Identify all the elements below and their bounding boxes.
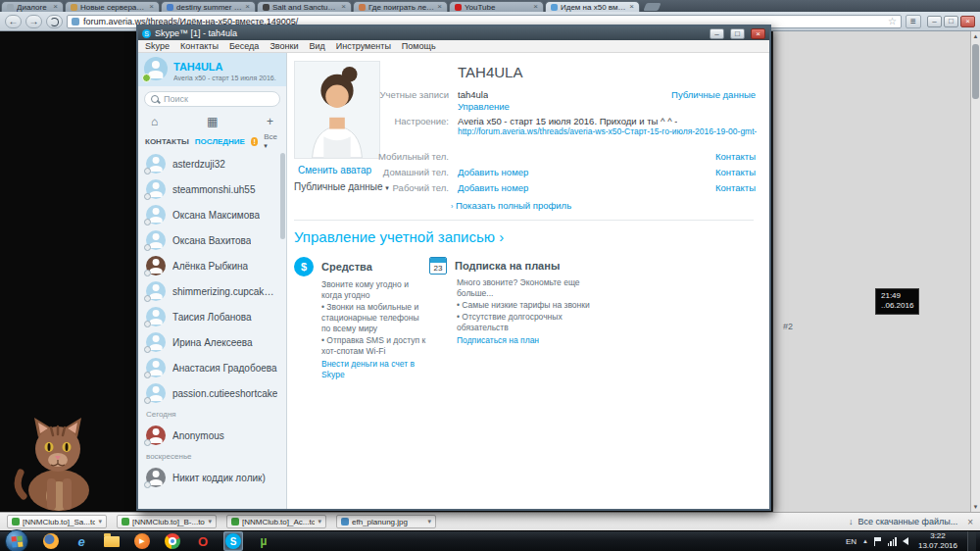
utorrent-icon[interactable]: µ: [254, 531, 273, 551]
add-work-number-link[interactable]: Добавить номер: [458, 182, 528, 193]
opera-icon[interactable]: O: [193, 531, 213, 551]
scroll-down-icon[interactable]: ▼: [971, 502, 980, 512]
menu-skype[interactable]: Skype: [145, 41, 170, 51]
back-button[interactable]: ←: [5, 15, 22, 28]
download-item[interactable]: [NNMClub.to]_Ac...torrent ▾: [226, 515, 326, 528]
bookmark-star-icon[interactable]: ☆: [888, 17, 897, 26]
skype-taskbar-icon[interactable]: S: [223, 531, 243, 551]
clock-time: 3:22: [918, 531, 957, 541]
contacts-link[interactable]: Контакты: [715, 182, 756, 193]
contact-row[interactable]: Ирина Алексеева: [138, 329, 286, 355]
download-caret-icon[interactable]: ▾: [98, 518, 102, 526]
menu-conversation[interactable]: Беседа: [229, 41, 259, 51]
action-center-icon[interactable]: [874, 537, 882, 546]
maximize-button[interactable]: □: [944, 16, 958, 27]
page-scrollbar[interactable]: ▲ ▼: [970, 31, 980, 512]
download-caret-icon[interactable]: ▾: [427, 518, 431, 526]
menu-calls[interactable]: Звонки: [270, 41, 298, 51]
hidden-icons-arrow[interactable]: ▲: [862, 538, 868, 544]
tab-close-icon[interactable]: ×: [437, 3, 442, 11]
skype-minimize-button[interactable]: –: [710, 28, 724, 39]
contact-list: asterdzuji32 steammonshi.uh55 Оксана Мак…: [138, 151, 286, 509]
subscribe-plan-link[interactable]: Подписаться на план: [457, 335, 606, 346]
public-data-link[interactable]: Публичные данные: [671, 89, 756, 100]
media-player-icon[interactable]: ▶: [132, 531, 152, 551]
home-icon[interactable]: ⌂: [151, 116, 158, 127]
contact-row[interactable]: asterdzuji32: [138, 151, 286, 176]
download-item[interactable]: [NNMClub.to]_Sa...torrent ▾: [7, 515, 107, 528]
refresh-button[interactable]: [46, 15, 63, 28]
contact-row[interactable]: Оксана Максимова: [138, 202, 286, 227]
dialpad-icon[interactable]: ▦: [207, 116, 218, 127]
new-tab-button[interactable]: [643, 3, 661, 11]
tab-recent[interactable]: ПОСЛЕДНИЕ: [195, 137, 245, 146]
scrollbar-thumb[interactable]: [972, 44, 979, 99]
download-caret-icon[interactable]: ▾: [318, 518, 321, 526]
tab-close-icon[interactable]: ×: [341, 3, 346, 11]
browser-tab[interactable]: Где поиграть летом! Ав ×: [353, 1, 448, 12]
sidebar-scrollbar-thumb[interactable]: [280, 153, 285, 239]
firefox-icon[interactable]: [41, 531, 61, 551]
filter-all-dropdown[interactable]: Все ▾: [264, 132, 279, 150]
menu-contacts[interactable]: Контакты: [180, 41, 219, 51]
browser-tab[interactable]: Salt and Sanctuary (2016 ×: [257, 1, 352, 12]
contact-row[interactable]: shimmerizing.cupcakewonderl...: [138, 278, 286, 304]
show-full-profile-link[interactable]: › Показать полный профиль: [451, 200, 571, 211]
tab-favicon: [71, 4, 77, 11]
add-credit-link[interactable]: Внести деньги на счет в Skype: [321, 359, 429, 380]
tab-close-icon[interactable]: ×: [245, 3, 250, 11]
tab-close-icon[interactable]: ×: [629, 3, 634, 11]
forward-button[interactable]: →: [25, 15, 42, 28]
browser-tab[interactable]: YouTube ×: [449, 1, 544, 12]
add-home-number-link[interactable]: Добавить номер: [458, 167, 528, 177]
contact-row[interactable]: Таисия Лобанова: [138, 304, 286, 329]
contact-row[interactable]: Алёнка Рыбкина: [138, 253, 286, 278]
my-profile-strip[interactable]: TAH4ULA Averia x50 - старт 15 июля 2016.…: [138, 53, 286, 86]
minimize-button[interactable]: –: [927, 16, 942, 27]
mood-url-link[interactable]: http://forum.averia.ws/threads/averia-ws…: [458, 126, 757, 136]
search-input[interactable]: Поиск: [144, 91, 280, 107]
menu-help[interactable]: Помощь: [402, 41, 436, 51]
browser-tab[interactable]: Диалоге ×: [1, 1, 64, 12]
menu-tools[interactable]: Инструменты: [336, 41, 391, 51]
close-button[interactable]: ×: [960, 16, 975, 27]
browser-tab[interactable]: Новые сервера Lineage ×: [65, 1, 160, 12]
add-contact-icon[interactable]: +: [267, 116, 273, 127]
skype-titlebar[interactable]: S Skype™ [1] - tah4ula – □ ×: [138, 26, 769, 40]
manage-account-link[interactable]: Управление: [458, 101, 510, 112]
network-icon[interactable]: [888, 537, 897, 546]
contacts-link[interactable]: Контакты: [715, 167, 756, 177]
skype-maximize-button[interactable]: □: [730, 28, 745, 39]
tab-contacts[interactable]: КОНТАКТЫ: [145, 137, 189, 146]
browser-menu-button[interactable]: ≡: [906, 15, 921, 28]
start-button[interactable]: [5, 529, 28, 551]
internet-explorer-icon[interactable]: e: [72, 531, 91, 551]
skype-close-button[interactable]: ×: [751, 28, 765, 39]
download-item[interactable]: [NNMClub.to]_B-...torrent ▾: [117, 515, 217, 528]
download-caret-icon[interactable]: ▾: [208, 518, 212, 526]
shelf-close-icon[interactable]: ×: [967, 517, 973, 527]
show-desktop-button[interactable]: [967, 531, 976, 551]
menu-view[interactable]: Вид: [309, 41, 324, 51]
browser-tab[interactable]: destiny summer day 2 ×: [161, 1, 256, 12]
explorer-folder-icon[interactable]: [102, 531, 122, 551]
scroll-up-icon[interactable]: ▲: [971, 31, 980, 41]
taskbar-clock[interactable]: 3:22 13.07.2016: [914, 531, 961, 551]
account-management-heading[interactable]: Управление учетной записью ›: [294, 228, 504, 245]
volume-icon[interactable]: [903, 537, 908, 545]
download-item[interactable]: efh_planung.jpg ▾: [336, 515, 436, 528]
contact-row[interactable]: Оксана Вахитова: [138, 227, 286, 253]
tab-close-icon[interactable]: ×: [149, 3, 154, 11]
tab-close-icon[interactable]: ×: [533, 3, 538, 11]
contact-row[interactable]: passion.cutieeshortcake: [138, 380, 286, 406]
chrome-icon[interactable]: [163, 531, 182, 551]
contacts-link[interactable]: Контакты: [715, 151, 756, 162]
contact-row[interactable]: steammonshi.uh55: [138, 176, 286, 202]
browser-tab-active[interactable]: Идем на х50 вместе! | Ф ×: [545, 1, 640, 12]
contact-row[interactable]: Никит коддик лолик): [138, 465, 286, 490]
contact-row[interactable]: Анастасия Градобоева: [138, 355, 286, 380]
tab-close-icon[interactable]: ×: [53, 3, 58, 11]
show-all-downloads[interactable]: ↓ Все скачанные файлы... ×: [849, 517, 973, 527]
contact-row[interactable]: Anonymous: [138, 423, 286, 448]
language-indicator[interactable]: EN: [846, 537, 857, 546]
